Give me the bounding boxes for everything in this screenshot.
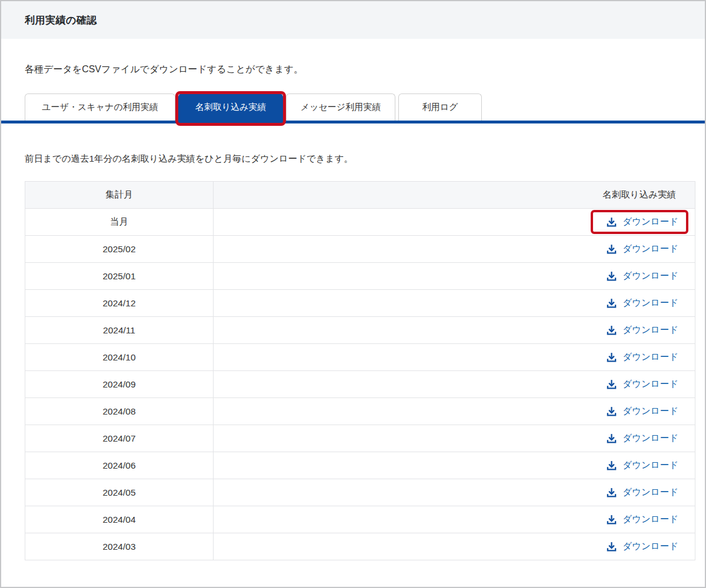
table-row: 2024/06 ダウンロード — [25, 452, 695, 479]
active-tab-underline — [1, 121, 705, 123]
download-table: 集計月 名刺取り込み実績 当月 ダウンロード2025/02 ダウンロード2025… — [25, 181, 695, 560]
month-cell: 2024/09 — [25, 371, 214, 398]
month-cell: 2024/10 — [25, 344, 214, 371]
page-header: 利用実績の確認 — [1, 1, 705, 39]
download-link[interactable]: ダウンロード — [606, 405, 678, 417]
download-label: ダウンロード — [622, 513, 678, 526]
download-link[interactable]: ダウンロード — [606, 324, 678, 336]
tab-label: 利用ログ — [422, 102, 458, 113]
download-label: ダウンロード — [622, 540, 678, 553]
download-icon — [606, 379, 617, 390]
download-icon — [606, 514, 617, 525]
download-icon — [606, 433, 617, 444]
download-label: ダウンロード — [622, 216, 678, 228]
download-link[interactable]: ダウンロード — [606, 243, 678, 255]
download-link[interactable]: ダウンロード — [606, 297, 678, 309]
download-label: ダウンロード — [622, 486, 678, 499]
download-link[interactable]: ダウンロード — [606, 270, 678, 282]
download-label: ダウンロード — [622, 297, 678, 309]
download-link[interactable]: ダウンロード — [606, 513, 678, 526]
tab-message-usage[interactable]: メッセージ利用実績 — [286, 93, 395, 121]
month-cell: 2024/05 — [25, 479, 214, 506]
tab-bar: ユーザ・スキャナの利用実績名刺取り込み実績メッセージ利用実績利用ログ — [25, 93, 705, 121]
download-label: ダウンロード — [622, 378, 678, 390]
download-icon — [606, 270, 617, 282]
download-label: ダウンロード — [622, 324, 678, 336]
tab-business-card-import[interactable]: 名刺取り込み実績 — [178, 93, 283, 121]
download-link[interactable]: ダウンロード — [606, 459, 678, 472]
tab-user-scanner-usage[interactable]: ユーザ・スキャナの利用実績 — [25, 93, 175, 121]
download-link[interactable]: ダウンロード — [606, 486, 678, 499]
download-cell: ダウンロード — [214, 317, 695, 344]
month-cell: 2025/02 — [25, 236, 214, 263]
table-row: 2024/09 ダウンロード — [25, 371, 695, 398]
tab-label: メッセージ利用実績 — [301, 102, 381, 113]
table-header-row: 集計月 名刺取り込み実績 — [25, 182, 695, 209]
download-label: ダウンロード — [622, 405, 678, 417]
month-cell: 2024/07 — [25, 425, 214, 452]
tab-label: 名刺取り込み実績 — [195, 102, 267, 113]
download-icon — [606, 216, 617, 228]
month-cell: 2025/01 — [25, 263, 214, 290]
panel-description: 前日までの過去1年分の名刺取り込み実績をひと月毎にダウンロードできます。 — [25, 153, 681, 165]
month-cell: 2024/12 — [25, 290, 214, 317]
month-cell: 当月 — [25, 209, 214, 236]
download-cell: ダウンロード — [214, 398, 695, 425]
download-cell: ダウンロード — [214, 479, 695, 506]
table-row: 2024/08 ダウンロード — [25, 398, 695, 425]
tab-label: ユーザ・スキャナの利用実績 — [42, 102, 158, 113]
download-cell: ダウンロード — [214, 425, 695, 452]
intro-text: 各種データをCSVファイルでダウンロードすることができます。 — [25, 64, 681, 76]
month-cell: 2024/04 — [25, 506, 214, 533]
month-cell: 2024/08 — [25, 398, 214, 425]
tab-usage-log[interactable]: 利用ログ — [398, 93, 482, 121]
table-row: 2024/11 ダウンロード — [25, 317, 695, 344]
download-icon — [606, 406, 617, 417]
table-row: 2024/05 ダウンロード — [25, 479, 695, 506]
table-body: 当月 ダウンロード2025/02 ダウンロード2025/01 ダウンロード202… — [25, 209, 695, 560]
download-cell: ダウンロード — [214, 533, 695, 560]
header-month: 集計月 — [25, 182, 214, 209]
download-link[interactable]: ダウンロード — [606, 432, 678, 445]
download-label: ダウンロード — [622, 270, 678, 282]
download-link[interactable]: ダウンロード — [606, 351, 678, 363]
download-icon — [606, 243, 617, 255]
download-cell: ダウンロード — [214, 452, 695, 479]
table-head: 集計月 名刺取り込み実績 — [25, 182, 695, 209]
download-label: ダウンロード — [622, 432, 678, 445]
download-link[interactable]: ダウンロード — [606, 540, 678, 553]
table-row: 2025/02 ダウンロード — [25, 236, 695, 263]
table-row: 2024/07 ダウンロード — [25, 425, 695, 452]
download-cell: ダウンロード — [214, 236, 695, 263]
table-row: 当月 ダウンロード — [25, 209, 695, 236]
download-cell: ダウンロード — [214, 209, 695, 236]
download-icon — [606, 460, 617, 471]
page-title: 利用実績の確認 — [25, 14, 97, 27]
download-icon — [606, 541, 617, 552]
month-cell: 2024/03 — [25, 533, 214, 560]
download-label: ダウンロード — [622, 243, 678, 255]
download-link[interactable]: ダウンロード — [606, 378, 678, 390]
download-cell: ダウンロード — [214, 344, 695, 371]
table-row: 2024/12 ダウンロード — [25, 290, 695, 317]
month-cell: 2024/06 — [25, 452, 214, 479]
table-row: 2025/01 ダウンロード — [25, 263, 695, 290]
download-link[interactable]: ダウンロード — [606, 216, 678, 228]
download-cell: ダウンロード — [214, 506, 695, 533]
download-cell: ダウンロード — [214, 371, 695, 398]
download-cell: ダウンロード — [214, 290, 695, 317]
header-result: 名刺取り込み実績 — [214, 182, 695, 209]
download-label: ダウンロード — [622, 459, 678, 472]
table-row: 2024/10 ダウンロード — [25, 344, 695, 371]
download-cell: ダウンロード — [214, 263, 695, 290]
download-icon — [606, 325, 617, 336]
month-cell: 2024/11 — [25, 317, 214, 344]
download-label: ダウンロード — [622, 351, 678, 363]
table-row: 2024/03 ダウンロード — [25, 533, 695, 560]
download-icon — [606, 298, 617, 309]
table-row: 2024/04 ダウンロード — [25, 506, 695, 533]
download-icon — [606, 352, 617, 363]
download-icon — [606, 487, 617, 498]
usage-report-window: 利用実績の確認 各種データをCSVファイルでダウンロードすることができます。 ユ… — [0, 0, 706, 588]
